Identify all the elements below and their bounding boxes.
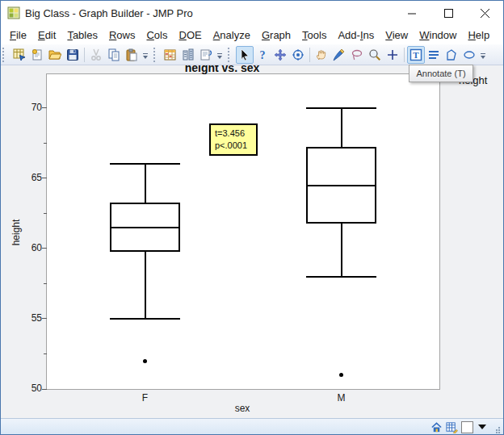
paste-icon[interactable]	[123, 46, 141, 64]
data-table-status-icon[interactable]	[446, 421, 458, 433]
crosshair-tool-icon[interactable]	[384, 46, 401, 64]
y-axis-major-tick	[42, 107, 47, 108]
menu-item-graph[interactable]: Graph	[256, 27, 296, 44]
toolbar: ? T	[1, 44, 503, 65]
brush-tool-icon[interactable]	[330, 46, 348, 64]
toolbar-overflow-chevron[interactable]	[216, 49, 225, 64]
menu-item-rows[interactable]: Rows	[103, 27, 141, 44]
help-tool-icon[interactable]: ?	[254, 46, 271, 64]
toolbar-separator	[404, 48, 405, 62]
annotate-lines-icon[interactable]	[425, 46, 443, 64]
zoom-tool-icon[interactable]	[366, 46, 384, 64]
y-axis-tick-label: 60	[19, 242, 42, 253]
new-script-icon[interactable]	[28, 46, 46, 64]
app-window: Big Class - Graph Builder - JMP Pro File…	[0, 0, 504, 435]
menu-item-cols[interactable]: Cols	[141, 27, 173, 44]
y-axis-minor-tick	[44, 283, 47, 284]
whisker-lower-stem	[341, 224, 342, 276]
svg-text:?: ?	[260, 49, 266, 61]
menu-item-view[interactable]: View	[380, 27, 414, 44]
data-table-icon[interactable]	[162, 46, 179, 64]
toolbar-grip[interactable]	[228, 48, 233, 62]
svg-text:T: T	[413, 50, 419, 60]
dropdown-caret-icon[interactable]	[478, 425, 486, 429]
window-controls	[394, 1, 503, 25]
menu-item-tables[interactable]: Tables	[61, 27, 103, 44]
resize-grip[interactable]	[493, 424, 500, 431]
annotation-line-1: t=3.456	[215, 128, 252, 140]
jmp-app-icon	[7, 6, 20, 19]
brush-region-icon[interactable]	[289, 46, 307, 64]
annotation-note[interactable]: t=3.456 p<.0001	[209, 123, 258, 156]
whisker-upper-cap	[110, 163, 180, 165]
whisker-lower-cap	[306, 276, 376, 278]
whisker-lower-cap	[110, 318, 180, 320]
window-title: Big Class - Graph Builder - JMP Pro	[25, 7, 193, 19]
y-axis-tick-label: 50	[19, 383, 42, 394]
toolbar-overflow-chevron[interactable]	[141, 49, 150, 64]
cut-icon[interactable]	[87, 46, 105, 64]
whisker-upper-stem	[341, 108, 342, 147]
journal-icon[interactable]	[197, 46, 215, 64]
y-axis-tick-label: 70	[19, 102, 42, 113]
toolbar-grip[interactable]	[2, 48, 8, 62]
y-axis-major-tick	[42, 389, 47, 390]
x-axis-title[interactable]: sex	[46, 403, 439, 414]
new-data-table-icon[interactable]	[10, 46, 28, 64]
menu-item-doe[interactable]: DOE	[173, 27, 207, 44]
menu-item-tools[interactable]: Tools	[296, 27, 332, 44]
status-bar	[1, 418, 503, 435]
tooltip-text: Annotate (T)	[416, 69, 465, 78]
lasso-tool-icon[interactable]	[348, 46, 366, 64]
home-icon[interactable]	[430, 421, 443, 433]
grabber-tool-icon[interactable]	[313, 46, 330, 64]
arrow-tool-icon[interactable]	[236, 46, 254, 64]
oval-tool-icon[interactable]	[460, 46, 478, 64]
outlier-point[interactable]	[143, 359, 147, 363]
menu-item-help[interactable]: Help	[462, 27, 495, 44]
x-category-label: F	[121, 392, 170, 404]
y-axis-minor-tick	[44, 143, 47, 144]
color-swatch[interactable]	[461, 421, 473, 433]
polygon-tool-icon[interactable]	[443, 46, 460, 64]
toolbar-overflow-chevron[interactable]	[479, 49, 488, 64]
x-category-label: M	[317, 392, 366, 404]
whisker-upper-stem	[145, 164, 146, 203]
save-icon[interactable]	[64, 46, 82, 64]
copy-icon[interactable]	[105, 46, 123, 64]
annotation-line-2: p<.0001	[215, 140, 252, 152]
annotate-tooltip: Annotate (T)	[409, 65, 473, 82]
whisker-upper-cap	[306, 107, 376, 109]
y-axis-tick-label: 65	[19, 172, 42, 183]
median-line-M	[306, 185, 376, 186]
title-bar: Big Class - Graph Builder - JMP Pro	[1, 1, 503, 25]
median-line-F	[110, 227, 180, 228]
menu-item-window[interactable]: Window	[414, 27, 462, 44]
columns-viewer-icon[interactable]	[179, 46, 197, 64]
maximize-button[interactable]	[430, 1, 467, 25]
minimize-button[interactable]	[394, 1, 430, 25]
whisker-lower-stem	[145, 252, 146, 319]
menu-bar: FileEditTablesRowsColsDOEAnalyzeGraphToo…	[1, 25, 503, 44]
menu-item-file[interactable]: File	[4, 27, 32, 44]
plot-canvas[interactable]: 5055606570FM	[46, 73, 440, 390]
y-axis-major-tick	[42, 318, 47, 319]
toolbar-grip[interactable]	[153, 48, 159, 62]
annotate-tool-icon[interactable]: T	[407, 46, 425, 64]
move-tool-icon[interactable]	[271, 46, 289, 64]
toolbar-separator	[84, 48, 85, 62]
y-axis-minor-tick	[44, 213, 47, 214]
close-button[interactable]	[467, 1, 503, 25]
y-axis-minor-tick	[44, 353, 47, 354]
menu-item-addins[interactable]: Add-Ins	[332, 27, 380, 44]
y-axis-major-tick	[42, 248, 47, 249]
menu-item-analyze[interactable]: Analyze	[208, 27, 256, 44]
menu-item-edit[interactable]: Edit	[32, 27, 61, 44]
toolbar-separator	[309, 48, 310, 62]
y-axis-major-tick	[42, 178, 47, 178]
y-axis-tick-label: 55	[19, 312, 42, 324]
y-axis-title[interactable]: height	[10, 200, 23, 265]
outlier-point[interactable]	[339, 373, 343, 377]
graph-report-area: height vs. sex height 5055606570FM sex h…	[1, 65, 504, 418]
open-icon[interactable]	[46, 46, 64, 64]
